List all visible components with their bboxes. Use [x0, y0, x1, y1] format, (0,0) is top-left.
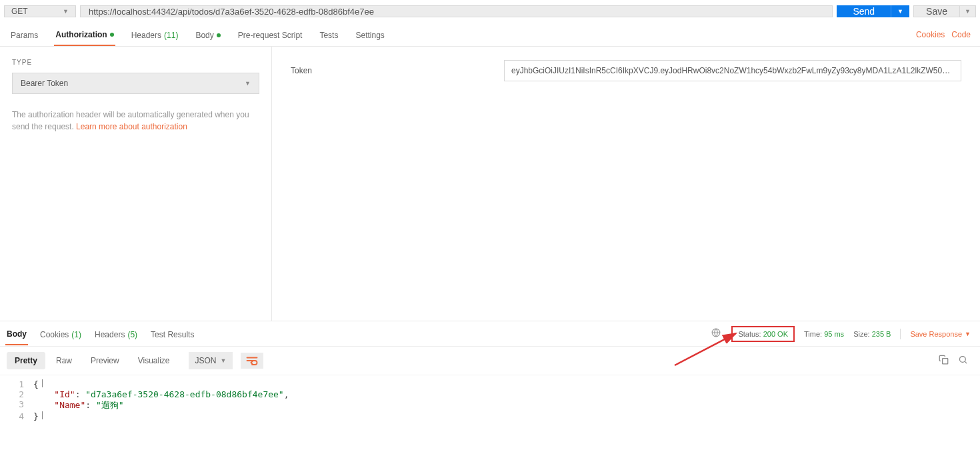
time-meta: Time: 95 ms [804, 330, 844, 338]
status-dot-icon [110, 33, 114, 37]
tab-authorization-label: Authorization [55, 30, 107, 39]
tab-headers-label: Headers [131, 31, 161, 40]
token-label: Token [291, 66, 504, 75]
json-key: "Id" [54, 389, 75, 399]
save-button[interactable]: Save [913, 5, 960, 17]
method-label: GET [11, 7, 28, 16]
time-value: 95 ms [824, 330, 844, 338]
auth-type-label: TYPE [12, 59, 259, 66]
method-select[interactable]: GET ▼ [4, 5, 76, 17]
chevron-down-icon: ▼ [245, 80, 251, 87]
size-value: 235 B [872, 330, 891, 338]
auth-description: The authorization header will be automat… [12, 109, 259, 133]
response-tab-headers-count: (5) [127, 330, 137, 339]
chevron-down-icon: ▼ [63, 8, 69, 15]
response-tab-headers-label: Headers [95, 330, 125, 339]
send-button[interactable]: Send [837, 5, 891, 17]
url-input[interactable] [80, 5, 833, 17]
status-dot-icon [217, 33, 221, 37]
line-number: 2 [0, 389, 33, 399]
body-format-label: JSON [195, 356, 217, 365]
tab-tests[interactable]: Tests [318, 23, 339, 46]
chevron-down-icon: ▼ [965, 331, 971, 337]
svg-rect-3 [943, 359, 948, 364]
save-response-label: Save Response [910, 330, 962, 338]
size-meta: Size: 235 B [853, 330, 891, 338]
globe-icon[interactable] [711, 328, 721, 339]
auth-type-value: Bearer Token [21, 79, 68, 88]
send-options-button[interactable]: ▼ [891, 5, 909, 17]
response-tab-body[interactable]: Body [5, 323, 28, 345]
tab-settings[interactable]: Settings [354, 23, 385, 46]
status-value: 200 OK [763, 330, 788, 338]
status-label: Status: [738, 330, 761, 338]
cookies-link[interactable]: Cookies [916, 30, 945, 39]
tab-params[interactable]: Params [9, 23, 39, 46]
size-label: Size: [853, 330, 869, 338]
body-view-visualize[interactable]: Visualize [130, 352, 178, 369]
line-number: 1 [0, 379, 33, 389]
response-body[interactable]: 1 { 2 "Id": "d7a3a6ef-3520-4628-edfb-08d… [0, 375, 980, 425]
cursor [38, 379, 43, 387]
json-value: "d7a3a6ef-3520-4628-edfb-08d86bf4e7ee" [85, 389, 283, 399]
json-value: "遛狗" [96, 400, 124, 410]
learn-more-link[interactable]: Learn more about authorization [76, 122, 187, 131]
token-input[interactable] [504, 60, 961, 81]
divider [900, 329, 901, 339]
body-view-pretty[interactable]: Pretty [7, 352, 45, 369]
tab-prerequest[interactable]: Pre-request Script [237, 23, 304, 46]
line-number: 4 [0, 411, 33, 421]
response-tab-test-results[interactable]: Test Results [149, 323, 195, 345]
json-key: "Name" [54, 400, 85, 410]
tab-authorization[interactable]: Authorization [54, 23, 115, 46]
response-tab-headers[interactable]: Headers (5) [93, 323, 139, 345]
response-tab-cookies-count: (1) [71, 330, 81, 339]
body-view-raw[interactable]: Raw [48, 352, 80, 369]
tab-headers[interactable]: Headers (11) [130, 23, 180, 46]
svg-point-4 [960, 357, 966, 363]
time-label: Time: [804, 330, 822, 338]
save-options-button[interactable]: ▼ [960, 5, 976, 17]
copy-icon[interactable] [939, 355, 949, 367]
line-number: 3 [0, 399, 33, 411]
response-tab-cookies-label: Cookies [40, 330, 69, 339]
tab-body-label: Body [195, 31, 213, 40]
cursor [38, 411, 43, 419]
chevron-down-icon: ▼ [221, 357, 227, 364]
svg-line-5 [965, 361, 967, 363]
auth-type-select[interactable]: Bearer Token ▼ [12, 73, 259, 94]
wrap-lines-button[interactable] [241, 353, 263, 369]
search-icon[interactable] [958, 355, 968, 367]
tab-body[interactable]: Body [194, 23, 221, 46]
tab-headers-count: (11) [164, 31, 178, 40]
code-link[interactable]: Code [951, 30, 971, 39]
response-tab-cookies[interactable]: Cookies (1) [39, 323, 83, 345]
save-response-button[interactable]: Save Response ▼ [910, 330, 976, 338]
body-view-preview[interactable]: Preview [83, 352, 127, 369]
body-format-select[interactable]: JSON ▼ [189, 352, 233, 369]
status-badge: Status: 200 OK [731, 326, 795, 342]
